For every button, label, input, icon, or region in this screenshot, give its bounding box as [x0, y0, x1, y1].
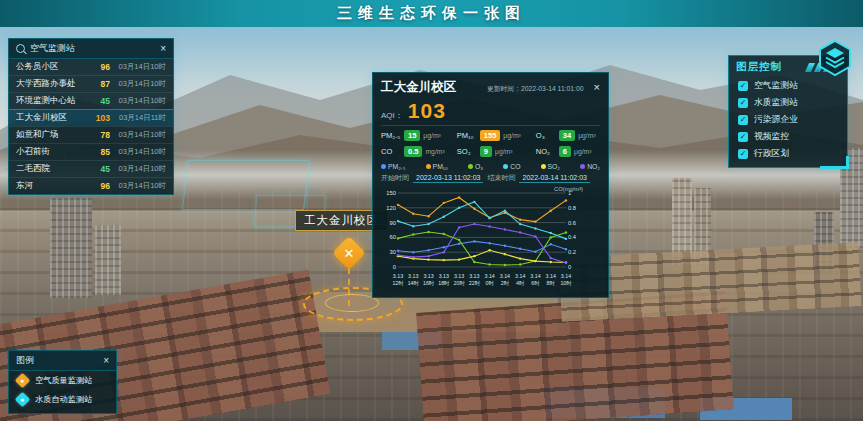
- popup-header: 工大金川校区 更新时间：2022-03-14 11:01:00 ×: [381, 79, 600, 96]
- station-row[interactable]: 东河 96 03月14日10时: [9, 177, 173, 194]
- legend-item[interactable]: PM₂.₅: [381, 163, 405, 170]
- station-row[interactable]: 小召前街 85 03月14日10时: [9, 143, 173, 160]
- update-time: 更新时间：2022-03-14 11:01:00: [462, 84, 584, 94]
- svg-text:3.13: 3.13: [423, 273, 433, 279]
- map-legend-panel: 图例 × ● 空气质量监测站 ● 水质自动监测站: [8, 350, 117, 414]
- close-icon[interactable]: ×: [160, 44, 166, 54]
- legend-dot: [381, 164, 386, 169]
- station-aqi-value: 96: [88, 181, 110, 191]
- svg-text:0.2: 0.2: [568, 249, 576, 255]
- station-marker-icon: ●: [15, 373, 31, 389]
- station-aqi-value: 78: [88, 130, 110, 140]
- station-update-time: 03月14日10时: [110, 96, 166, 106]
- station-row[interactable]: 公务员小区 96 03月14日10时: [9, 59, 173, 75]
- svg-text:3.13: 3.13: [439, 273, 449, 279]
- legend-dot: [580, 164, 585, 169]
- svg-text:16时: 16时: [423, 280, 435, 286]
- pollutant-trend-chart: 030609012015000.20.40.60.81CO(mg/m³)3.13…: [381, 185, 600, 291]
- svg-text:0: 0: [393, 264, 396, 270]
- pollutant-value-badge: 0.5: [404, 146, 422, 157]
- pollutant-value-badge: 6: [559, 146, 571, 157]
- svg-text:90: 90: [390, 220, 396, 226]
- svg-text:6时: 6时: [531, 280, 540, 286]
- station-update-time: 03月14日10时: [110, 130, 166, 140]
- station-row[interactable]: 大学西路办事处 87 03月14日10时: [9, 75, 173, 92]
- svg-text:3.13: 3.13: [408, 273, 418, 279]
- station-list-panel: 空气监测站 × 公务员小区 96 03月14日10时 大学西路办事处 87 03…: [8, 38, 174, 195]
- checkbox-icon[interactable]: ✓: [738, 149, 748, 159]
- legend-item[interactable]: SO₂: [541, 163, 560, 170]
- station-panel-header: 空气监测站 ×: [9, 39, 173, 59]
- station-row[interactable]: 二毛西院 45 03月14日10时: [9, 160, 173, 177]
- svg-text:18时: 18时: [438, 280, 450, 286]
- pollutant-value-badge: 9: [480, 146, 492, 157]
- divider: [381, 125, 600, 126]
- pollutant-value-badge: 155: [480, 130, 501, 141]
- svg-text:3.14: 3.14: [530, 273, 540, 279]
- pollutant-value-badge: 34: [559, 130, 575, 141]
- legend-item[interactable]: O₃: [468, 163, 483, 170]
- station-update-time: 03月14日10时: [110, 181, 166, 191]
- page-title: 三维生态环保一张图: [337, 4, 526, 23]
- station-update-time: 03月14日10时: [110, 147, 166, 157]
- svg-text:8时: 8时: [547, 280, 556, 286]
- checkbox-icon[interactable]: ✓: [738, 132, 748, 142]
- legend-item[interactable]: NO₂: [580, 163, 600, 170]
- 3d-map-app: 三维生态环保一张图 空气监测站 × 公务员小区 96 03月14日10时 大学西…: [0, 0, 863, 421]
- svg-text:4时: 4时: [516, 280, 525, 286]
- pollutant-cell: O₃ 34 μg/m³: [536, 130, 600, 141]
- pollutant-cell: NO₂ 6 μg/m³: [536, 146, 600, 157]
- pollutant-cell: CO 0.5 mg/m³: [381, 146, 455, 157]
- legend-item[interactable]: PM₁₀: [426, 163, 448, 170]
- layer-panel-title: 图层控制: [736, 60, 807, 74]
- layer-item[interactable]: ✓ 水质监测站: [729, 94, 847, 111]
- legend-panel-header: 图例 ×: [9, 351, 116, 371]
- svg-text:CO(mg/m³): CO(mg/m³): [554, 186, 583, 192]
- search-icon[interactable]: [16, 44, 25, 53]
- legend-dot: [468, 164, 473, 169]
- layer-item[interactable]: ✓ 行政区划: [729, 145, 847, 162]
- svg-text:3.13: 3.13: [454, 273, 464, 279]
- popup-title: 工大金川校区: [381, 79, 456, 96]
- aqi-value: 103: [408, 99, 446, 123]
- close-icon[interactable]: ×: [103, 356, 109, 366]
- station-row[interactable]: 环境监测中心站 45 03月14日10时: [9, 92, 173, 109]
- pollutant-grid: PM₂.₅ 15 μg/m³ PM₁₀ 155 μg/m³ O₃ 34 μg/m…: [381, 130, 600, 157]
- close-icon[interactable]: ×: [594, 81, 600, 93]
- station-aqi-value: 103: [88, 113, 110, 123]
- checkbox-icon[interactable]: ✓: [738, 81, 748, 91]
- app-header: 三维生态环保一张图: [0, 0, 863, 27]
- layers-icon[interactable]: [816, 39, 854, 77]
- station-aqi-value: 45: [88, 96, 110, 106]
- station-update-time: 03月14日11时: [110, 113, 166, 123]
- aqi-label: AQI：: [381, 110, 403, 121]
- end-time-input[interactable]: 2022-03-14 11:02:03: [519, 174, 589, 183]
- svg-text:0.6: 0.6: [568, 220, 576, 226]
- start-time-input[interactable]: 2022-03-13 11:02:03: [413, 174, 483, 183]
- checkbox-icon[interactable]: ✓: [738, 115, 748, 125]
- svg-text:3.14: 3.14: [561, 273, 571, 279]
- legend-item[interactable]: CO: [503, 163, 520, 170]
- svg-text:0时: 0时: [486, 280, 495, 286]
- svg-text:120: 120: [386, 205, 396, 211]
- building: [50, 198, 92, 298]
- checkbox-icon[interactable]: ✓: [738, 98, 748, 108]
- station-aqi-value: 96: [88, 62, 110, 72]
- layer-item[interactable]: ✓ 空气监测站: [729, 77, 847, 94]
- svg-text:60: 60: [390, 234, 396, 240]
- marker-ground-ring-inner: [325, 294, 379, 312]
- station-aqi-value: 45: [88, 164, 110, 174]
- building: [95, 225, 121, 295]
- layer-item[interactable]: ✓ 污染源企业: [729, 111, 847, 128]
- station-rows: 公务员小区 96 03月14日10时 大学西路办事处 87 03月14日10时 …: [9, 59, 173, 194]
- svg-text:3.14: 3.14: [515, 273, 525, 279]
- station-marker-icon: ●: [15, 392, 31, 408]
- pollutant-cell: PM₂.₅ 15 μg/m³: [381, 130, 455, 141]
- station-row[interactable]: 工大金川校区 103 03月14日11时: [9, 109, 173, 126]
- legend-item: ● 水质自动监测站: [9, 390, 116, 409]
- station-row[interactable]: 如意和广场 78 03月14日10时: [9, 126, 173, 143]
- aqi-row: AQI： 103: [381, 99, 600, 123]
- layer-item[interactable]: ✓ 视频监控: [729, 128, 847, 145]
- svg-text:20时: 20时: [453, 280, 465, 286]
- station-detail-popup: 工大金川校区 更新时间：2022-03-14 11:01:00 × AQI： 1…: [372, 72, 609, 298]
